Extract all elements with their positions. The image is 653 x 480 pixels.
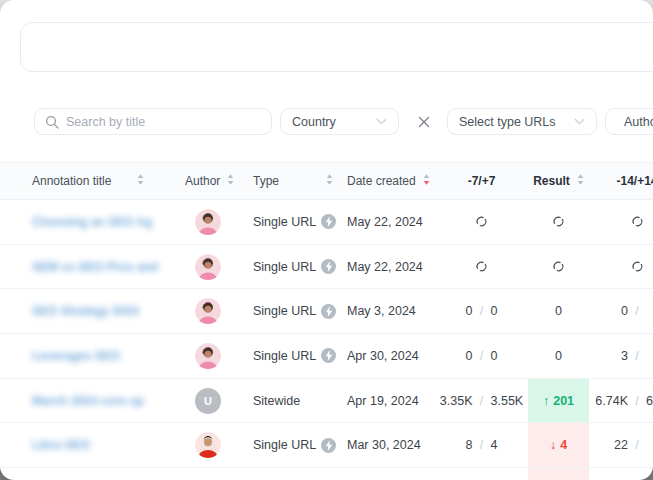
clear-filter-x-icon[interactable]: [412, 110, 436, 134]
author-cell: [185, 200, 253, 244]
date-created-cell: May 22, 2024: [347, 200, 435, 244]
sort-icon[interactable]: [577, 174, 584, 188]
type-cell: Single URL: [253, 289, 347, 333]
minus14-plus14-cell: 6.74K/6: [589, 379, 653, 423]
date-created-cell: Mar 30, 2024: [347, 423, 435, 467]
country-select[interactable]: Country: [280, 108, 399, 135]
annotation-title-cell: SEO Strategy 2024: [0, 289, 185, 333]
avatar: [195, 298, 221, 324]
table-row[interactable]: SEM vs SEO Pros andSingle URLMay 22, 202…: [0, 245, 653, 290]
result-cell: [528, 468, 589, 480]
result-cell: 0: [528, 289, 589, 333]
header-result[interactable]: Result: [528, 163, 589, 199]
table-body: Choosing an SEO AgSingle URLMay 22, 2024…: [0, 200, 653, 480]
result-cell: 0: [528, 334, 589, 378]
avatar: [195, 254, 221, 280]
backdrop: Search by title Country Select type URLs…: [0, 0, 653, 480]
url-bolt-icon: [321, 214, 336, 229]
type-cell: Single URL: [253, 200, 347, 244]
annotation-title-cell: Libra SEO: [0, 423, 185, 467]
search-icon: [45, 115, 59, 129]
table-header-row: Annotation title Author Type Date create…: [0, 162, 653, 200]
refresh-icon[interactable]: [528, 215, 589, 228]
type-urls-select-label: Select type URLs: [459, 115, 556, 129]
search-input[interactable]: Search by title: [34, 108, 272, 135]
minus7-plus7-cell: 3.35K/3.55K: [435, 379, 528, 423]
header-author[interactable]: Author: [185, 163, 253, 199]
app-window: Search by title Country Select type URLs…: [0, 0, 653, 480]
minus14-plus14-cell: 0/: [589, 289, 653, 333]
url-bolt-icon: [321, 304, 336, 319]
author-cell: [185, 245, 253, 289]
annotation-input-panel[interactable]: [20, 22, 653, 72]
annotation-title-link[interactable]: Leverages SEO: [32, 349, 120, 363]
minus14-plus14-cell: 3/: [589, 334, 653, 378]
annotation-title-cell: March 2024 core up: [0, 379, 185, 423]
type-cell: Sitewide: [253, 379, 347, 423]
table-row[interactable]: March 2024 core upUSitewideApr 19, 20243…: [0, 379, 653, 424]
result-cell: [528, 245, 589, 289]
header-minus14-plus14: -14/+14: [589, 163, 653, 199]
result-cell: [528, 200, 589, 244]
result-cell: ↓4: [528, 423, 589, 467]
refresh-icon[interactable]: [589, 215, 653, 228]
type-cell: Single URL: [253, 334, 347, 378]
avatar: [195, 209, 221, 235]
refresh-icon[interactable]: [435, 260, 528, 273]
refresh-icon[interactable]: [435, 215, 528, 228]
type-cell: Single URL: [253, 245, 347, 289]
table-row[interactable]: Choosing an SEO AgSingle URLMay 22, 2024: [0, 200, 653, 245]
chevron-down-icon: [574, 118, 585, 125]
author-select-label: Author: [624, 115, 653, 129]
annotation-title-cell: Leverages SEO: [0, 334, 185, 378]
date-created-cell: May 3, 2024: [347, 289, 435, 333]
minus7-plus7-cell: 0/0: [435, 289, 528, 333]
refresh-icon[interactable]: [589, 260, 653, 273]
minus7-plus7-cell: 8/4: [435, 423, 528, 467]
avatar: [195, 343, 221, 369]
table-row[interactable]: SEO Strategy 2024Single URLMay 3, 20240/…: [0, 289, 653, 334]
sort-icon[interactable]: [137, 174, 144, 188]
sort-icon[interactable]: [326, 174, 333, 188]
url-bolt-icon: [321, 348, 336, 363]
annotation-title-link[interactable]: March 2024 core up: [32, 394, 144, 408]
author-select[interactable]: Author: [605, 108, 653, 135]
header-minus7-plus7: -7/+7: [435, 163, 528, 199]
table-row[interactable]: [0, 468, 653, 480]
annotation-title-link[interactable]: SEO Strategy 2024: [32, 304, 139, 318]
sort-desc-active-icon[interactable]: [423, 174, 430, 188]
sort-icon[interactable]: [227, 174, 234, 188]
country-select-label: Country: [292, 115, 336, 129]
annotation-title-link[interactable]: SEM vs SEO Pros and: [32, 260, 158, 274]
table-row[interactable]: Leverages SEOSingle URLApr 30, 20240/003…: [0, 334, 653, 379]
annotation-title-link[interactable]: Libra SEO: [32, 438, 90, 452]
annotations-table: Annotation title Author Type Date create…: [0, 162, 653, 480]
trend-down-arrow-icon: ↓: [550, 438, 556, 452]
trend-up-arrow-icon: ↑: [543, 394, 549, 408]
minus14-plus14-cell: [589, 245, 653, 289]
author-cell: [185, 334, 253, 378]
minus7-plus7-cell: [435, 245, 528, 289]
minus14-plus14-cell: 22/: [589, 423, 653, 467]
type-urls-select[interactable]: Select type URLs: [447, 108, 597, 135]
result-cell: ↑201: [528, 379, 589, 423]
filter-bar: Search by title Country Select type URLs…: [34, 108, 653, 135]
result-trend-value: ↓4: [550, 438, 567, 452]
header-annotation-title[interactable]: Annotation title: [0, 163, 185, 199]
type-cell: Single URL: [253, 423, 347, 467]
annotation-title-cell: Choosing an SEO Ag: [0, 200, 185, 244]
chevron-down-icon: [376, 118, 387, 125]
date-created-cell: May 22, 2024: [347, 245, 435, 289]
url-bolt-icon: [321, 438, 336, 453]
date-created-cell: Apr 30, 2024: [347, 334, 435, 378]
refresh-icon[interactable]: [528, 260, 589, 273]
header-date-created[interactable]: Date created: [347, 163, 435, 199]
annotation-title-cell: SEM vs SEO Pros and: [0, 245, 185, 289]
result-trend-value: ↑201: [543, 394, 574, 408]
annotation-title-link[interactable]: Choosing an SEO Ag: [32, 215, 152, 229]
minus7-plus7-cell: [435, 200, 528, 244]
header-type[interactable]: Type: [253, 163, 347, 199]
table-row[interactable]: Libra SEOSingle URLMar 30, 20248/4↓422/: [0, 423, 653, 468]
minus7-plus7-cell: 0/0: [435, 334, 528, 378]
url-bolt-icon: [321, 259, 336, 274]
